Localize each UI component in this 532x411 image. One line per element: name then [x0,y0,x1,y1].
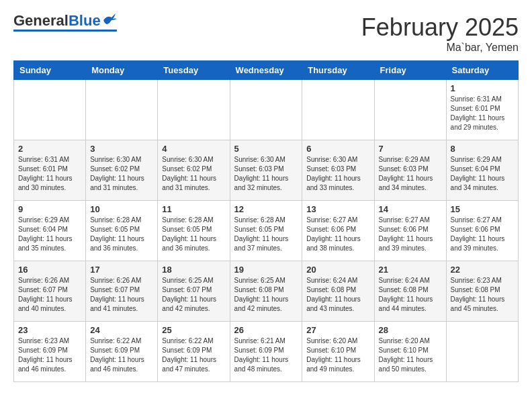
day-number: 14 [379,204,442,214]
day-info: Sunrise: 6:24 AM Sunset: 6:08 PM Dayligh… [306,276,369,314]
calendar-week-row: 2Sunrise: 6:31 AM Sunset: 6:01 PM Daylig… [14,140,519,201]
calendar-cell [230,80,302,140]
calendar-cell: 21Sunrise: 6:24 AM Sunset: 6:08 PM Dayli… [374,261,446,322]
calendar-cell: 24Sunrise: 6:22 AM Sunset: 6:09 PM Dayli… [86,322,158,382]
day-number: 11 [162,204,225,214]
day-info: Sunrise: 6:28 AM Sunset: 6:05 PM Dayligh… [234,216,298,253]
calendar-cell: 2Sunrise: 6:31 AM Sunset: 6:01 PM Daylig… [14,140,86,201]
title-block: February 2025 Ma`bar, Yemen [361,13,519,54]
calendar-cell: 13Sunrise: 6:27 AM Sunset: 6:06 PM Dayli… [302,201,374,261]
day-number: 12 [234,204,298,214]
day-number: 23 [18,325,81,335]
month-title: February 2025 [361,13,519,42]
calendar-cell: 25Sunrise: 6:22 AM Sunset: 6:09 PM Dayli… [158,322,230,382]
calendar-cell: 15Sunrise: 6:27 AM Sunset: 6:06 PM Dayli… [446,201,518,261]
day-number: 3 [90,144,153,154]
day-number: 13 [306,204,369,214]
day-info: Sunrise: 6:20 AM Sunset: 6:10 PM Dayligh… [379,336,442,374]
day-number: 15 [451,204,514,214]
logo-text: GeneralBlue [13,13,101,28]
day-number: 4 [162,144,225,154]
calendar-cell: 12Sunrise: 6:28 AM Sunset: 6:05 PM Dayli… [230,201,302,261]
day-info: Sunrise: 6:21 AM Sunset: 6:09 PM Dayligh… [234,336,298,374]
day-info: Sunrise: 6:28 AM Sunset: 6:05 PM Dayligh… [90,216,153,253]
day-info: Sunrise: 6:23 AM Sunset: 6:09 PM Dayligh… [18,336,81,374]
calendar-cell [158,80,230,140]
weekday-header-row: SundayMondayTuesdayWednesdayThursdayFrid… [14,61,519,80]
logo-bird-icon [102,13,117,26]
day-number: 28 [379,325,442,335]
day-number: 1 [451,83,514,93]
day-info: Sunrise: 6:30 AM Sunset: 6:03 PM Dayligh… [234,155,298,193]
calendar-cell: 7Sunrise: 6:29 AM Sunset: 6:03 PM Daylig… [374,140,446,201]
day-number: 9 [18,204,81,214]
calendar-cell: 5Sunrise: 6:30 AM Sunset: 6:03 PM Daylig… [230,140,302,201]
day-info: Sunrise: 6:29 AM Sunset: 6:04 PM Dayligh… [18,216,81,253]
day-info: Sunrise: 6:27 AM Sunset: 6:06 PM Dayligh… [451,216,514,253]
calendar-cell: 16Sunrise: 6:26 AM Sunset: 6:07 PM Dayli… [14,261,86,322]
calendar-cell: 3Sunrise: 6:30 AM Sunset: 6:02 PM Daylig… [86,140,158,201]
weekday-header-saturday: Saturday [446,61,518,80]
day-number: 5 [234,144,298,154]
day-info: Sunrise: 6:29 AM Sunset: 6:03 PM Dayligh… [379,155,442,193]
calendar-cell: 26Sunrise: 6:21 AM Sunset: 6:09 PM Dayli… [230,322,302,382]
day-info: Sunrise: 6:30 AM Sunset: 6:02 PM Dayligh… [162,155,225,193]
calendar-cell: 17Sunrise: 6:26 AM Sunset: 6:07 PM Dayli… [86,261,158,322]
calendar-cell: 22Sunrise: 6:23 AM Sunset: 6:08 PM Dayli… [446,261,518,322]
weekday-header-sunday: Sunday [14,61,86,80]
day-info: Sunrise: 6:27 AM Sunset: 6:06 PM Dayligh… [379,216,442,253]
day-number: 17 [90,265,153,275]
day-number: 10 [90,204,153,214]
calendar-cell: 14Sunrise: 6:27 AM Sunset: 6:06 PM Dayli… [374,201,446,261]
calendar-cell [374,80,446,140]
calendar-week-row: 16Sunrise: 6:26 AM Sunset: 6:07 PM Dayli… [14,261,519,322]
day-number: 7 [379,144,442,154]
day-number: 26 [234,325,298,335]
calendar-cell: 6Sunrise: 6:30 AM Sunset: 6:03 PM Daylig… [302,140,374,201]
day-number: 19 [234,265,298,275]
weekday-header-thursday: Thursday [302,61,374,80]
day-info: Sunrise: 6:26 AM Sunset: 6:07 PM Dayligh… [90,276,153,314]
day-info: Sunrise: 6:31 AM Sunset: 6:01 PM Dayligh… [18,155,81,193]
calendar-cell: 20Sunrise: 6:24 AM Sunset: 6:08 PM Dayli… [302,261,374,322]
day-number: 24 [90,325,153,335]
logo-underline [13,30,117,32]
day-info: Sunrise: 6:27 AM Sunset: 6:06 PM Dayligh… [306,216,369,253]
calendar-cell [302,80,374,140]
day-info: Sunrise: 6:22 AM Sunset: 6:09 PM Dayligh… [162,336,225,374]
weekday-header-monday: Monday [86,61,158,80]
calendar-cell: 23Sunrise: 6:23 AM Sunset: 6:09 PM Dayli… [14,322,86,382]
day-info: Sunrise: 6:25 AM Sunset: 6:08 PM Dayligh… [234,276,298,314]
day-number: 8 [451,144,514,154]
day-number: 2 [18,144,81,154]
day-number: 27 [306,325,369,335]
day-number: 25 [162,325,225,335]
calendar-cell: 28Sunrise: 6:20 AM Sunset: 6:10 PM Dayli… [374,322,446,382]
day-info: Sunrise: 6:24 AM Sunset: 6:08 PM Dayligh… [379,276,442,314]
day-info: Sunrise: 6:31 AM Sunset: 6:01 PM Dayligh… [451,95,514,132]
page-header: GeneralBlue February 2025 Ma`bar, Yemen [13,13,519,54]
weekday-header-friday: Friday [374,61,446,80]
calendar-table: SundayMondayTuesdayWednesdayThursdayFrid… [13,60,519,382]
calendar-week-row: 1Sunrise: 6:31 AM Sunset: 6:01 PM Daylig… [14,80,519,140]
day-number: 20 [306,265,369,275]
calendar-cell: 18Sunrise: 6:25 AM Sunset: 6:07 PM Dayli… [158,261,230,322]
day-info: Sunrise: 6:25 AM Sunset: 6:07 PM Dayligh… [162,276,225,314]
calendar-cell: 4Sunrise: 6:30 AM Sunset: 6:02 PM Daylig… [158,140,230,201]
location: Ma`bar, Yemen [361,42,519,54]
day-info: Sunrise: 6:20 AM Sunset: 6:10 PM Dayligh… [306,336,369,374]
day-number: 16 [18,265,81,275]
calendar-cell: 11Sunrise: 6:28 AM Sunset: 6:05 PM Dayli… [158,201,230,261]
calendar-cell: 8Sunrise: 6:29 AM Sunset: 6:04 PM Daylig… [446,140,518,201]
day-number: 21 [379,265,442,275]
calendar-cell: 19Sunrise: 6:25 AM Sunset: 6:08 PM Dayli… [230,261,302,322]
day-info: Sunrise: 6:23 AM Sunset: 6:08 PM Dayligh… [451,276,514,314]
day-info: Sunrise: 6:22 AM Sunset: 6:09 PM Dayligh… [90,336,153,374]
calendar-cell: 9Sunrise: 6:29 AM Sunset: 6:04 PM Daylig… [14,201,86,261]
calendar-cell: 1Sunrise: 6:31 AM Sunset: 6:01 PM Daylig… [446,80,518,140]
calendar-cell [86,80,158,140]
day-info: Sunrise: 6:30 AM Sunset: 6:03 PM Dayligh… [306,155,369,193]
calendar-cell [446,322,518,382]
day-number: 18 [162,265,225,275]
day-number: 6 [306,144,369,154]
